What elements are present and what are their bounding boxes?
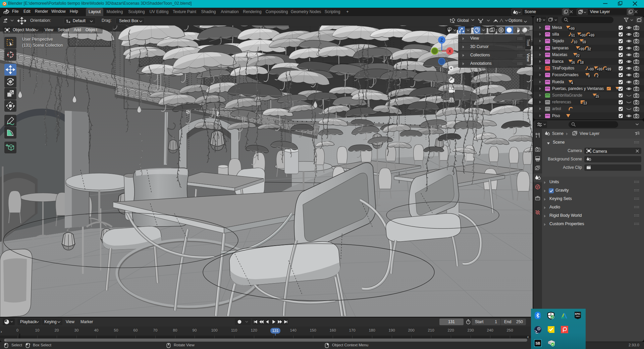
svg-text:GAMES: GAMES	[576, 316, 580, 317]
svg-text:SB: SB	[536, 342, 540, 345]
svg-text:EPIC: EPIC	[575, 313, 580, 315]
svg-text:X: X	[448, 49, 451, 54]
svg-text:Z: Z	[440, 38, 443, 43]
